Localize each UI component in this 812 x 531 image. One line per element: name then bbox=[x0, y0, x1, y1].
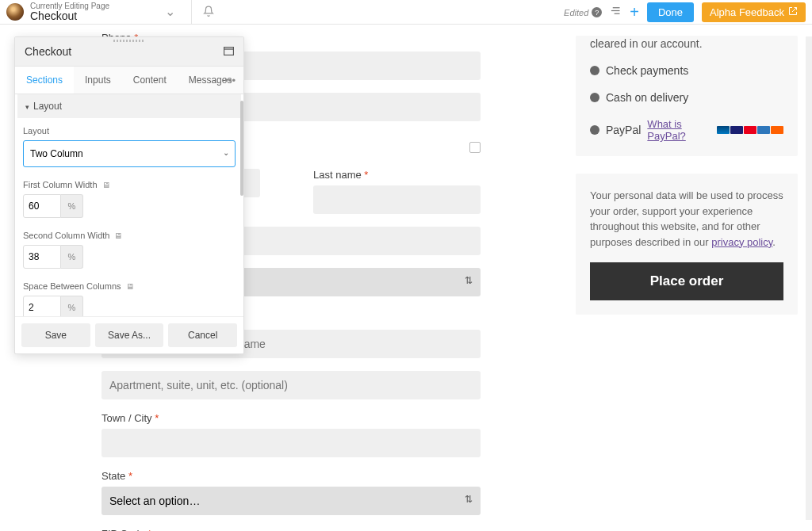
title-dropdown-chevron[interactable]: ⌄ bbox=[165, 4, 175, 19]
space-input[interactable] bbox=[23, 296, 61, 316]
space-label: Space Between Columns 🖥 bbox=[23, 281, 236, 291]
responsive-icon[interactable]: 🖥 bbox=[114, 231, 122, 240]
first-col-label: First Column Width 🖥 bbox=[23, 180, 236, 189]
cancel-button[interactable]: Cancel bbox=[168, 323, 237, 347]
paypal-card-icon bbox=[717, 126, 730, 134]
topbar-left: Currently Editing Page Checkout ⌄ bbox=[0, 2, 175, 22]
title-main: Checkout bbox=[30, 10, 109, 22]
chevron-down-icon bbox=[25, 101, 29, 112]
add-module-icon[interactable]: + bbox=[630, 3, 639, 21]
tab-sections[interactable]: Sections bbox=[15, 67, 74, 94]
pay-option-paypal[interactable]: PayPal What is PayPal? bbox=[590, 118, 783, 142]
pct-unit: % bbox=[61, 296, 83, 316]
radio-icon bbox=[590, 66, 599, 75]
last-name-field[interactable] bbox=[313, 185, 481, 214]
tab-inputs[interactable]: Inputs bbox=[74, 67, 122, 94]
scrollbar[interactable] bbox=[806, 36, 812, 520]
last-name-label: Last name * bbox=[313, 169, 481, 181]
second-col-input[interactable] bbox=[23, 245, 61, 269]
paypal-link[interactable]: What is PayPal? bbox=[647, 118, 710, 142]
pay-option-cod[interactable]: Cash on delivery bbox=[590, 91, 783, 104]
edited-text: Edited bbox=[564, 8, 588, 17]
cleared-text: cleared in our account. bbox=[590, 37, 783, 50]
window-icon[interactable] bbox=[224, 46, 234, 58]
notifications-icon[interactable] bbox=[192, 6, 225, 19]
panel-tabs: Sections Inputs Content Messages ••• bbox=[15, 67, 243, 94]
app-logo[interactable] bbox=[6, 3, 24, 21]
responsive-icon[interactable]: 🖥 bbox=[102, 181, 110, 189]
panel-body: Layout Layout Two Column ⌄ First Column … bbox=[15, 94, 243, 316]
state-label: State * bbox=[102, 470, 481, 482]
amex-card-icon bbox=[757, 126, 770, 134]
mastercard-card-icon bbox=[744, 126, 756, 134]
town-field[interactable] bbox=[102, 429, 481, 457]
zip-label: ZIP Code * bbox=[102, 528, 481, 531]
pay-label: Check payments bbox=[606, 64, 688, 77]
apt-field[interactable] bbox=[102, 371, 481, 399]
privacy-link[interactable]: privacy policy bbox=[711, 236, 772, 248]
discover-card-icon bbox=[771, 126, 783, 134]
drag-handle[interactable] bbox=[113, 40, 145, 42]
responsive-icon[interactable]: 🖥 bbox=[126, 282, 134, 291]
help-icon[interactable]: ? bbox=[592, 7, 602, 17]
external-link-icon bbox=[788, 6, 798, 18]
save-as-button[interactable]: Save As... bbox=[95, 323, 164, 347]
pay-label: Cash on delivery bbox=[606, 91, 688, 104]
edited-indicator: Edited ? bbox=[564, 7, 602, 17]
panel-title: Checkout bbox=[25, 45, 71, 58]
panel-footer: Save Save As... Cancel bbox=[15, 316, 243, 353]
pay-label: PayPal bbox=[606, 124, 641, 136]
layout-select[interactable]: Two Column bbox=[23, 140, 236, 167]
tab-content[interactable]: Content bbox=[122, 67, 178, 94]
radio-icon bbox=[590, 125, 599, 135]
alpha-feedback-button[interactable]: Alpha Feedback bbox=[702, 2, 806, 22]
alpha-label: Alpha Feedback bbox=[710, 6, 784, 18]
card-icons bbox=[717, 126, 783, 134]
pay-option-check[interactable]: Check payments bbox=[590, 64, 783, 77]
layout-label: Layout bbox=[23, 126, 236, 136]
page-title-block[interactable]: Currently Editing Page Checkout bbox=[30, 2, 109, 22]
accordion-layout[interactable]: Layout bbox=[17, 94, 241, 118]
first-col-input[interactable] bbox=[23, 194, 61, 218]
second-col-label: Second Column Width 🖥 bbox=[23, 231, 236, 240]
payment-card: cleared in our account. Check payments C… bbox=[576, 36, 798, 156]
town-label: Town / City * bbox=[102, 412, 481, 424]
save-button[interactable]: Save bbox=[21, 323, 90, 347]
more-icon[interactable]: ••• bbox=[224, 74, 236, 86]
outline-icon[interactable] bbox=[610, 5, 622, 20]
pct-unit: % bbox=[61, 245, 83, 269]
ship-different-checkbox[interactable] bbox=[469, 142, 481, 153]
svg-rect-3 bbox=[224, 47, 234, 55]
place-order-button[interactable]: Place order bbox=[590, 262, 783, 300]
done-button[interactable]: Done bbox=[647, 2, 694, 22]
settings-panel: Checkout Sections Inputs Content Message… bbox=[14, 36, 244, 354]
visa-card-icon bbox=[730, 126, 743, 134]
privacy-text: Your personal data will be used to proce… bbox=[590, 188, 783, 250]
radio-icon bbox=[590, 93, 599, 102]
topbar-right: Edited ? + Done Alpha Feedback bbox=[564, 2, 806, 22]
accordion-label: Layout bbox=[33, 101, 62, 112]
privacy-card: Your personal data will be used to proce… bbox=[576, 174, 798, 315]
order-column: cleared in our account. Check payments C… bbox=[576, 36, 798, 531]
state-select[interactable]: Select an option… bbox=[102, 487, 481, 515]
pct-unit: % bbox=[61, 194, 83, 218]
topbar: Currently Editing Page Checkout ⌄ Edited… bbox=[0, 0, 812, 25]
